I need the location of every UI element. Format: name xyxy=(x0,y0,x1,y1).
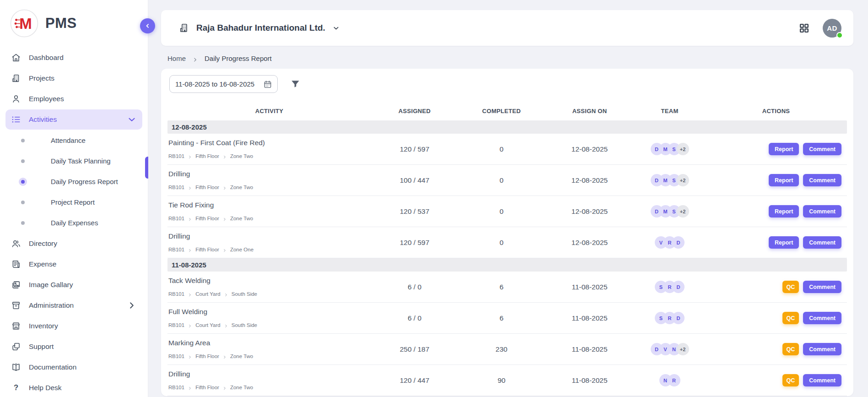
chevron-right-icon xyxy=(223,386,226,389)
apps-grid-icon[interactable] xyxy=(798,22,810,34)
sidebar-item-documentation[interactable]: Documentation xyxy=(5,357,142,377)
bullet-icon xyxy=(21,201,25,204)
table-row: DrillingRB101Fifth FloorZone Two120 / 44… xyxy=(167,365,847,396)
path-segment: Fifth Floor xyxy=(195,385,219,390)
qc-button[interactable]: QC xyxy=(782,374,799,386)
sidebar-item-help-desk[interactable]: ?Help Desk xyxy=(5,378,142,397)
user-avatar[interactable]: AD xyxy=(823,19,841,38)
actions-cell: QCComment xyxy=(705,334,847,364)
filter-funnel-icon[interactable] xyxy=(290,79,301,89)
sidebar-item-label: Documentation xyxy=(29,363,76,371)
sidebar-item-projects[interactable]: Projects xyxy=(5,68,142,88)
comment-button[interactable]: Comment xyxy=(803,312,841,324)
table-row: Tie Rod FixingRB101Fifth FloorZone Two12… xyxy=(167,196,847,227)
avatar-initials: AD xyxy=(827,24,837,32)
main-area: Raja Bahadur International Ltd. AD Home xyxy=(148,0,868,397)
sidebar-item-label: Daily Expenses xyxy=(51,219,98,227)
sidebar-item-attendance[interactable]: Attendance xyxy=(0,130,148,151)
path-segment: Fifth Floor xyxy=(195,153,219,159)
team-overflow-badge: +2 xyxy=(677,143,689,155)
actions-cell: ReportComment xyxy=(705,165,847,196)
sidebar-item-activities[interactable]: Activities xyxy=(5,109,142,130)
sidebar-item-administration[interactable]: Administration xyxy=(5,295,142,315)
sidebar-item-employees[interactable]: Employees xyxy=(5,89,142,109)
breadcrumb: Home Daily Progress Report xyxy=(161,46,853,69)
comment-button[interactable]: Comment xyxy=(803,343,841,355)
completed-value: 0 xyxy=(458,196,545,227)
user-icon xyxy=(11,94,21,104)
assign-on-value: 11-08-2025 xyxy=(545,334,634,364)
sidebar-item-image-gallary[interactable]: Image Gallary xyxy=(5,275,142,295)
qc-button[interactable]: QC xyxy=(782,281,799,293)
sidebar-item-inventory[interactable]: Inventory xyxy=(5,316,142,336)
sidebar-item-directory[interactable]: Directory xyxy=(5,234,142,254)
company-selector[interactable]: Raja Bahadur International Ltd. xyxy=(178,22,340,33)
path-segment: Zone Two xyxy=(230,385,253,390)
team-cell: SRD xyxy=(634,303,705,333)
actions-cell: QCComment xyxy=(705,303,847,333)
team-overflow-badge: +2 xyxy=(677,205,689,218)
sidebar-item-daily-progress-report[interactable]: Daily Progress Report xyxy=(0,171,148,192)
activity-location-path: RB101Fifth FloorZone Two xyxy=(168,353,371,359)
assigned-value: 250 / 187 xyxy=(371,334,458,364)
building-icon xyxy=(178,22,189,33)
chevron-left-icon xyxy=(144,22,151,29)
assign-on-value: 12-08-2025 xyxy=(545,134,634,164)
assigned-value: 100 / 447 xyxy=(371,165,458,196)
sidebar-item-daily-task-planning[interactable]: Daily Task Planning xyxy=(0,151,148,171)
sidebar-item-label: Dashboard xyxy=(29,54,64,62)
comment-button[interactable]: Comment xyxy=(803,281,841,293)
path-segment: RB101 xyxy=(168,247,184,252)
date-range-input[interactable]: 11-08-2025 to 16-08-2025 xyxy=(169,75,278,93)
sidebar-item-project-report[interactable]: Project Report xyxy=(0,192,148,212)
path-segment: Court Yard xyxy=(195,322,221,328)
activity-cell: Marking AreaRB101Fifth FloorZone Two xyxy=(167,334,371,364)
activity-location-path: RB101Court YardSouth Side xyxy=(168,291,371,297)
assign-on-value: 12-08-2025 xyxy=(545,165,634,196)
sidebar-item-daily-expenses[interactable]: Daily Expenses xyxy=(0,212,148,233)
breadcrumb-home-link[interactable]: Home xyxy=(167,54,186,62)
logo-icon: M xyxy=(10,9,38,38)
activity-cell: DrillingRB101Fifth FloorZone Two xyxy=(167,365,371,396)
comment-button[interactable]: Comment xyxy=(803,236,841,249)
path-segment: Zone Two xyxy=(230,185,253,190)
chevron-right-icon xyxy=(223,217,226,220)
sidebar-collapse-button[interactable] xyxy=(140,18,155,33)
activity-location-path: RB101Court YardSouth Side xyxy=(168,322,371,328)
sidebar-item-expense[interactable]: Expense xyxy=(5,254,142,274)
team-member-avatar: D xyxy=(672,312,685,324)
assign-on-value: 11-08-2025 xyxy=(545,365,634,396)
activity-title: Drilling xyxy=(168,370,371,378)
comment-button[interactable]: Comment xyxy=(803,205,841,218)
svg-text:M: M xyxy=(19,15,32,32)
calendar-icon[interactable] xyxy=(263,80,272,89)
comment-button[interactable]: Comment xyxy=(803,143,841,155)
actions-cell: ReportComment xyxy=(705,196,847,227)
qc-button[interactable]: QC xyxy=(782,312,799,324)
assigned-value: 120 / 597 xyxy=(371,134,458,164)
completed-value: 90 xyxy=(458,365,545,396)
receipt-icon xyxy=(11,259,21,269)
date-group-header: 11-08-2025 xyxy=(167,258,847,272)
activity-title: Drilling xyxy=(168,170,371,178)
sidebar-item-label: Expense xyxy=(29,260,56,268)
activity-cell: Painting - First Coat (Fire Red)RB101Fif… xyxy=(167,134,371,164)
chevron-right-icon xyxy=(223,354,226,358)
report-button[interactable]: Report xyxy=(769,174,799,186)
sidebar-item-dashboard[interactable]: Dashboard xyxy=(5,48,142,68)
company-name: Raja Bahadur International Ltd. xyxy=(196,23,325,33)
comment-button[interactable]: Comment xyxy=(803,174,841,186)
path-segment: Court Yard xyxy=(195,291,221,297)
qc-button[interactable]: QC xyxy=(782,343,799,355)
report-button[interactable]: Report xyxy=(769,236,799,249)
comment-button[interactable]: Comment xyxy=(803,374,841,386)
chevron-right-icon xyxy=(224,292,228,296)
sidebar-item-support[interactable]: Support xyxy=(5,337,142,357)
report-button[interactable]: Report xyxy=(769,205,799,218)
actions-cell: ReportComment xyxy=(705,134,847,164)
activity-title: Painting - First Coat (Fire Red) xyxy=(168,139,371,147)
team-cell: DMS+2 xyxy=(634,134,705,164)
report-button[interactable]: Report xyxy=(769,143,799,155)
chevron-right-icon xyxy=(188,386,192,389)
team-overflow-badge: +2 xyxy=(677,174,689,186)
